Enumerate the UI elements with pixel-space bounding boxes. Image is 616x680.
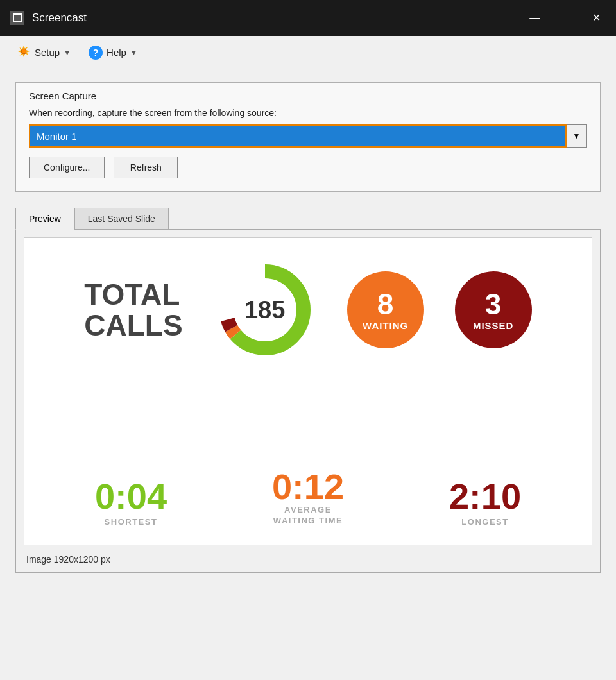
help-dropdown-arrow: ▼	[130, 49, 137, 56]
average-stat: 0:12 AVERAGE WAITING TIME	[272, 469, 344, 527]
setup-icon	[17, 44, 31, 60]
help-menu[interactable]: ? Help ▼	[82, 42, 144, 64]
monitor-dropdown-button[interactable]: ▼	[567, 124, 587, 148]
refresh-button[interactable]: Refresh	[114, 157, 178, 178]
window-icon	[10, 11, 24, 25]
capture-description: When recording, capture the screen from …	[29, 108, 587, 118]
preview-image-area: TOTAL CALLS	[24, 237, 592, 545]
shortest-stat: 0:04 SHORTEST	[95, 479, 167, 527]
image-info: Image 1920x1200 px	[24, 554, 592, 565]
waiting-label: WAITING	[363, 320, 408, 331]
setup-menu[interactable]: Setup ▼	[10, 40, 77, 64]
svg-point-2	[21, 49, 26, 54]
help-label: Help	[107, 47, 126, 58]
missed-circle: 3 MISSED	[455, 271, 532, 348]
preview-bottom-section: 0:04 SHORTEST 0:12 AVERAGE WAITING TIME …	[42, 469, 574, 527]
missed-label: MISSED	[473, 320, 514, 331]
help-icon: ?	[89, 46, 103, 60]
total-calls-line1: TOTAL	[84, 279, 182, 310]
waiting-count: 8	[377, 289, 394, 319]
average-label: AVERAGE WAITING TIME	[272, 505, 344, 527]
window-controls: — □ ✕	[524, 10, 606, 26]
description-underline: W	[29, 108, 37, 118]
shortest-time: 0:04	[95, 479, 167, 514]
screen-capture-group: Screen Capture When recording, capture t…	[15, 82, 601, 192]
window-title: Screencast	[32, 12, 524, 24]
tab-headers: Preview Last Saved Slide	[15, 207, 601, 229]
total-calls-label: TOTAL CALLS	[84, 279, 182, 341]
donut-chart: 185	[214, 259, 316, 361]
tab-last-saved[interactable]: Last Saved Slide	[74, 208, 169, 230]
svg-rect-1	[14, 15, 21, 21]
average-time: 0:12	[272, 469, 344, 505]
tabs-container: Preview Last Saved Slide TOTAL CALLS	[15, 207, 601, 573]
shortest-label: SHORTEST	[95, 517, 167, 527]
main-window: Screencast — □ ✕ Set	[0, 0, 616, 680]
donut-center-value: 185	[244, 296, 285, 324]
setup-dropdown-arrow: ▼	[64, 49, 71, 56]
waiting-circle: 8 WAITING	[347, 271, 424, 348]
longest-label: LONGEST	[449, 517, 521, 527]
longest-time: 2:10	[449, 479, 521, 514]
title-bar: Screencast — □ ✕	[0, 0, 616, 36]
tab-preview[interactable]: Preview	[15, 208, 74, 230]
longest-stat: 2:10 LONGEST	[449, 479, 521, 527]
monitor-select[interactable]: Monitor 1	[29, 124, 567, 148]
main-content: Screen Capture When recording, capture t…	[0, 69, 616, 680]
maximize-button[interactable]: □	[558, 10, 574, 26]
tab-content-preview: TOTAL CALLS	[15, 229, 601, 573]
description-text: hen recording, capture the screen from t…	[37, 108, 277, 118]
configure-button[interactable]: Configure...	[29, 157, 105, 178]
group-title: Screen Capture	[29, 90, 587, 101]
minimize-button[interactable]: —	[524, 10, 545, 26]
close-button[interactable]: ✕	[587, 10, 606, 26]
menu-bar: Setup ▼ ? Help ▼	[0, 36, 616, 69]
total-calls-line2: CALLS	[84, 310, 182, 341]
missed-count: 3	[485, 289, 502, 319]
preview-top-section: TOTAL CALLS	[42, 259, 574, 361]
monitor-dropdown-row: Monitor 1 ▼	[29, 124, 587, 148]
setup-label: Setup	[35, 47, 60, 58]
action-buttons: Configure... Refresh	[29, 157, 587, 178]
